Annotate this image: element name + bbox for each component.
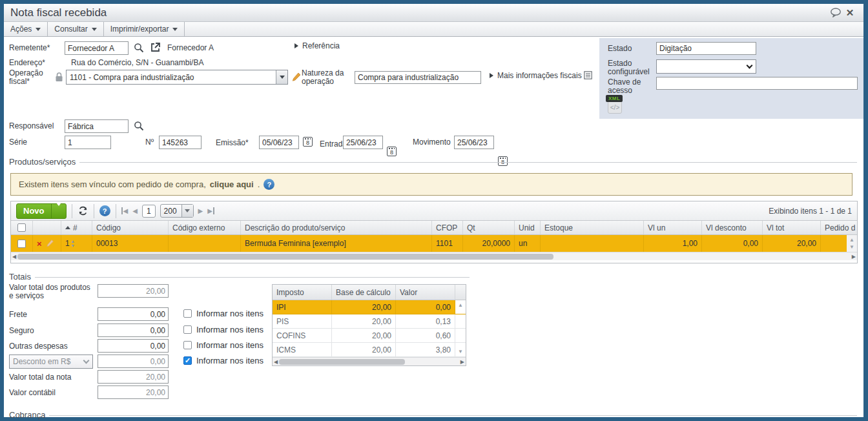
estado-configuravel-select[interactable] [656,59,756,74]
close-icon[interactable]: ✕ [843,6,857,19]
warning-link[interactable]: clique aqui [210,180,254,189]
page-size-select[interactable]: 200 [160,204,194,218]
impostos-vscroll-up[interactable]: ▲ [455,300,466,314]
table-row[interactable]: × 1 ▴▾ 00013 Bermuda Feminina [exemplo] … [11,235,857,252]
impostos-hscrollbar[interactable]: ◀ ▶ [273,357,466,365]
informar-label: Informar nos itens [196,356,264,365]
form-document-icon[interactable] [584,71,592,79]
imposto-row-pis[interactable]: PIS 20,00 0,13 [273,314,466,329]
col-valor[interactable]: Valor [396,285,455,300]
estado-configuravel-label: Estado configurável [608,59,654,76]
move-up-down-icons[interactable]: ▴▾ [72,239,74,248]
entrada-input[interactable] [343,136,383,149]
seguro-informar-checkbox[interactable] [183,325,192,334]
col-vl-desconto[interactable]: Vl desconto [702,221,763,234]
grid-vscrollbar[interactable]: ▲▼ [847,235,857,252]
last-page-icon[interactable]: ▶ [207,207,214,214]
totais-section-title: Totais [9,272,470,282]
frete-input[interactable] [98,307,169,321]
first-page-icon[interactable]: ◀ [121,207,129,214]
col-qt[interactable]: Qt [463,221,515,234]
informar-label: Informar nos itens [196,340,264,350]
estado-input [656,42,756,55]
valor-nota-input [98,370,169,384]
emissao-input[interactable] [259,136,299,149]
xml-badge: XML [606,95,623,102]
numero-input[interactable] [159,136,202,149]
outras-informar-checkbox[interactable] [183,341,192,349]
edit-row-pencil-icon[interactable] [46,239,54,248]
menu-acoes[interactable]: Ações [4,22,48,36]
chave-acesso-input[interactable] [656,77,858,90]
imposto-row-icms[interactable]: ICMS 20,00 3,80 ▼ [273,343,466,357]
cell-codigo: 00013 [92,235,169,252]
natureza-input[interactable] [355,71,481,84]
serie-label: Série [9,138,27,147]
col-vl-un[interactable]: Vl un [644,221,702,234]
select-arrow-button[interactable] [276,70,287,84]
sort-asc-icon [65,226,70,229]
col-num[interactable]: # [61,221,92,234]
cell-base: 20,00 [332,343,396,356]
mais-informacoes-label: Mais informações fiscais [497,71,582,80]
select-all-checkbox[interactable] [17,223,26,232]
informar-label: Informar nos itens [196,325,264,334]
col-base-calculo[interactable]: Base de cálculo [332,285,396,300]
serie-input[interactable] [65,136,111,149]
menu-consultar[interactable]: Consultar [48,22,103,36]
xml-file-icon[interactable]: </> XML [606,95,623,114]
desconto-input[interactable] [98,354,169,368]
content-area: Remetente* Fornecedor A Referência Ender… [4,37,863,417]
produtos-section-title: Produtos/serviços [9,157,857,167]
calendar-icon[interactable]: 8 [387,147,397,156]
next-page-icon[interactable]: ▶ [198,207,203,214]
novo-button[interactable]: Novo [16,203,67,219]
imposto-row-cofins[interactable]: COFINS 20,00 0,60 [273,329,466,343]
referencia-expander[interactable]: Referência [294,41,340,50]
col-descricao[interactable]: Descrição do produto/serviço [241,221,432,234]
movimento-input[interactable] [454,136,494,149]
prev-page-icon[interactable]: ◀ [132,207,138,214]
col-vl-tot[interactable]: Vl tot [763,221,821,234]
refresh-icon[interactable] [78,205,88,216]
imposto-row-ipi[interactable]: IPI 20,00 0,00 ▲ [273,300,466,314]
grid-hscrollbar[interactable]: ◀ ▶ [11,252,857,260]
mais-informacoes-expander[interactable]: Mais informações fiscais [490,71,582,80]
col-pedido[interactable]: Pedido d [821,221,857,234]
external-link-icon[interactable] [150,42,161,53]
page-number-box[interactable]: 1 [142,205,156,218]
menu-imprimir-exportar[interactable]: Imprimir/exportar [104,22,185,36]
edit-pencil-icon[interactable] [291,72,302,83]
col-codigo-externo[interactable]: Código externo [169,221,241,234]
col-unid[interactable]: Unid [515,221,541,234]
remetente-link[interactable]: Fornecedor A [167,44,214,52]
seguro-input[interactable] [98,323,169,337]
frete-informar-checkbox[interactable] [183,309,192,318]
cell-valor: 0,60 [396,329,455,342]
search-icon[interactable] [134,43,144,53]
desconto-select-value: Desconto em R$ [10,357,80,366]
comment-icon[interactable] [829,6,843,19]
impostos-vscroll-down[interactable]: ▼ [455,343,466,356]
outras-despesas-input[interactable] [98,339,169,353]
operacao-fiscal-value: 1101 - Compra para industrialização [67,73,276,82]
delete-row-icon[interactable]: × [37,239,42,249]
menubar: Ações Consultar Imprimir/exportar [4,22,863,37]
calendar-icon[interactable]: 8 [303,137,313,147]
expand-arrow-icon [490,73,493,78]
remetente-input[interactable] [65,41,129,55]
col-imposto[interactable]: Imposto [273,285,332,300]
row-checkbox[interactable] [17,240,26,248]
help-icon[interactable]: ? [264,179,274,190]
col-codigo[interactable]: Código [92,221,169,234]
col-cfop[interactable]: CFOP [432,221,463,234]
operacao-fiscal-select[interactable]: 1101 - Compra para industrialização [66,70,288,85]
numero-label: Nº [145,138,154,147]
responsavel-input[interactable] [65,119,129,133]
search-icon[interactable] [134,121,144,131]
help-icon[interactable]: ? [99,205,110,216]
outras-informar-row: Informar nos itens [183,340,264,350]
chevron-down-icon [743,66,756,68]
col-estoque[interactable]: Estoque [541,221,644,234]
desconto-informar-checkbox[interactable] [183,356,192,365]
